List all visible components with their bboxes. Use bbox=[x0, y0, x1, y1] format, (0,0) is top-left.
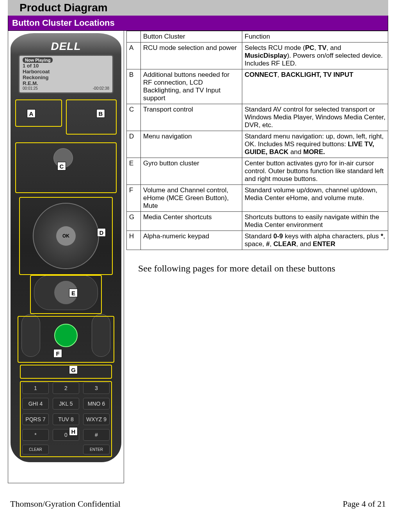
cluster-label-d: D bbox=[97, 228, 106, 237]
row-cluster: Transport control bbox=[141, 104, 242, 131]
row-cluster: Menu navigation bbox=[141, 131, 242, 158]
th-cluster: Button Cluster bbox=[141, 31, 242, 43]
content-row: DELL Now Playing 1 of 10 Harborcoat Reck… bbox=[8, 31, 388, 483]
cluster-label-c: C bbox=[57, 162, 66, 170]
table-row: E Gyro button cluster Center button acti… bbox=[127, 158, 388, 185]
row-cluster: RCU mode selection and power bbox=[141, 43, 242, 69]
page-footer: Thomson/Gyration Confidential Page 4 of … bbox=[8, 499, 388, 509]
cluster-box-e bbox=[30, 275, 102, 314]
row-cluster: Media Center shortcuts bbox=[141, 212, 242, 231]
lcd-time-right: -00:02:38 bbox=[93, 86, 109, 90]
row-function: Standard volume up/down, channel up/down… bbox=[242, 185, 388, 212]
cluster-box-b bbox=[66, 99, 117, 135]
lcd-line3: Reckoning bbox=[23, 74, 109, 80]
row-function: Shortcuts buttons to easily navigate wit… bbox=[242, 212, 388, 231]
table-row: B Additional buttons needed for RF conne… bbox=[127, 69, 388, 104]
table-row: F Volume and Channel control, eHome (MCE… bbox=[127, 185, 388, 212]
th-function: Function bbox=[242, 31, 388, 43]
remote-diagram-column: DELL Now Playing 1 of 10 Harborcoat Reck… bbox=[8, 31, 124, 483]
table-row: C Transport control Standard AV control … bbox=[127, 104, 388, 131]
row-function: Center button activates gyro for in-air … bbox=[242, 158, 388, 185]
row-id: H bbox=[127, 231, 141, 250]
row-id: D bbox=[127, 131, 141, 158]
table-row: G Media Center shortcuts Shortcuts butto… bbox=[127, 212, 388, 231]
row-cluster: Gyro button cluster bbox=[141, 158, 242, 185]
remote-image: DELL Now Playing 1 of 10 Harborcoat Reck… bbox=[11, 33, 121, 462]
row-id: F bbox=[127, 185, 141, 212]
lcd-line2: Harborcoat bbox=[23, 69, 109, 74]
footer-right: Page 4 of 21 bbox=[343, 499, 386, 509]
remote-lcd: Now Playing 1 of 10 Harborcoat Reckoning… bbox=[18, 55, 114, 94]
section-title: Button Cluster Locations bbox=[8, 16, 388, 31]
cluster-box-h bbox=[20, 381, 112, 457]
footer-left: Thomson/Gyration Confidential bbox=[10, 499, 121, 509]
row-function: Selects RCU mode (PC, TV, and MusicDispl… bbox=[242, 43, 388, 69]
row-cluster: Alpha-numeric keypad bbox=[141, 231, 242, 250]
page-title: Product Diagram bbox=[8, 0, 388, 16]
lcd-header: Now Playing bbox=[23, 57, 53, 63]
lcd-time-left: 00:01:25 bbox=[23, 86, 38, 90]
table-row: A RCU mode selection and power Selects R… bbox=[127, 43, 388, 69]
cluster-label-f: F bbox=[53, 349, 62, 358]
row-function: Standard AV control for selected transpo… bbox=[242, 104, 388, 131]
row-id: C bbox=[127, 104, 141, 131]
table-column: Button Cluster Function A RCU mode selec… bbox=[124, 31, 388, 274]
cluster-box-f bbox=[18, 316, 114, 363]
row-id: B bbox=[127, 69, 141, 104]
follow-note: See following pages for more detail on t… bbox=[138, 263, 388, 274]
th-id bbox=[127, 31, 141, 43]
row-cluster: Additional buttons needed for RF connect… bbox=[141, 69, 242, 104]
cluster-label-h: H bbox=[69, 427, 78, 436]
cluster-box-a bbox=[15, 99, 62, 127]
row-id: E bbox=[127, 158, 141, 185]
table-row: H Alpha-numeric keypad Standard 0-9 keys… bbox=[127, 231, 388, 250]
table-header-row: Button Cluster Function bbox=[127, 31, 388, 43]
row-cluster: Volume and Channel control, eHome (MCE G… bbox=[141, 185, 242, 212]
remote-brand: DELL bbox=[11, 40, 121, 53]
row-id: A bbox=[127, 43, 141, 69]
row-function: Standard menu navigation: up, down, left… bbox=[242, 131, 388, 158]
lcd-line4: R.E.M. bbox=[23, 80, 109, 86]
cluster-label-g: G bbox=[69, 365, 78, 374]
cluster-box-g bbox=[20, 365, 112, 379]
row-function: Standard 0-9 keys with alpha characters,… bbox=[242, 231, 388, 250]
cluster-label-a: A bbox=[27, 109, 36, 118]
lcd-line1: 1 of 10 bbox=[23, 63, 109, 69]
row-function: CONNECT, BACKLIGHT, TV INPUT bbox=[242, 69, 388, 104]
row-id: G bbox=[127, 212, 141, 231]
cluster-table: Button Cluster Function A RCU mode selec… bbox=[126, 31, 388, 250]
cluster-label-b: B bbox=[96, 109, 105, 118]
cluster-box-c bbox=[15, 142, 117, 193]
cluster-label-e: E bbox=[69, 289, 78, 297]
table-row: D Menu navigation Standard menu navigati… bbox=[127, 131, 388, 158]
